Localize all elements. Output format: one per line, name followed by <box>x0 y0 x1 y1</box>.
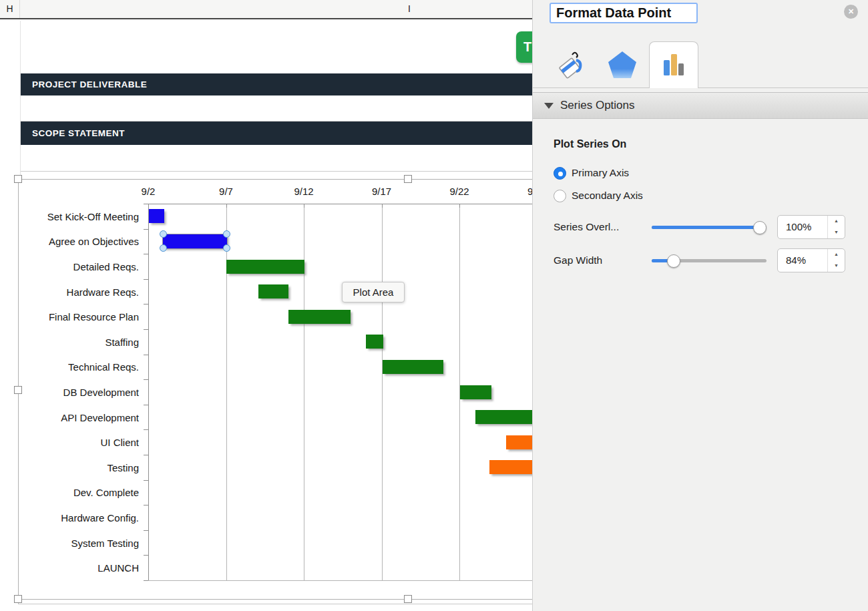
x-tick-label: 9/12 <box>294 186 313 197</box>
series-overlap-label: Series Overl... <box>554 221 619 233</box>
task-label: System Testing <box>24 537 139 548</box>
secondary-axis-label: Secondary Axis <box>572 190 643 202</box>
task-label: Detailed Reqs. <box>24 261 139 272</box>
collapse-triangle-icon <box>544 103 554 109</box>
plot-series-on-label: Plot Series On <box>554 138 626 150</box>
slider-thumb[interactable] <box>667 254 680 268</box>
tab-effects[interactable] <box>598 41 647 88</box>
slider-fill <box>652 226 760 229</box>
bar-selection-handle[interactable] <box>223 230 230 238</box>
tab-series-options[interactable] <box>649 41 698 88</box>
spinner-buttons[interactable]: ▲▼ <box>827 216 845 238</box>
axis-tick <box>144 580 148 581</box>
primary-axis-label: Primary Axis <box>572 167 629 179</box>
axis-tick <box>144 530 148 531</box>
series-overlap-spinner[interactable]: 100% ▲▼ <box>777 215 845 239</box>
chart-gridline <box>382 204 383 580</box>
tab-separator <box>533 87 868 88</box>
task-label: Technical Reqs. <box>24 361 139 373</box>
gap-width-value[interactable]: 84% <box>778 249 827 272</box>
gantt-bar[interactable] <box>258 284 288 298</box>
x-tick-label: 9/7 <box>219 186 233 197</box>
category-axis-line <box>148 204 149 580</box>
task-label: LAUNCH <box>24 562 139 574</box>
gantt-bar[interactable] <box>149 209 164 223</box>
app-window: H I T PROJECT DELIVERABLE SCOPE STATEMEN… <box>0 0 868 611</box>
gap-width-spinner[interactable]: 84% ▲▼ <box>777 248 845 272</box>
date-axis-line <box>148 204 532 204</box>
gap-width-label: Gap Width <box>554 254 602 266</box>
axis-tick <box>144 555 148 556</box>
task-label: Final Resource Plan <box>24 311 139 323</box>
gantt-bar[interactable] <box>288 310 351 324</box>
axis-tick <box>304 204 304 208</box>
bar-selection-handle[interactable] <box>160 244 167 252</box>
task-label: UI Client <box>24 437 139 448</box>
pentagon-icon <box>607 49 638 80</box>
series-options-header[interactable]: Series Options <box>533 92 868 119</box>
task-label: Dev. Complete <box>24 487 139 498</box>
axis-tick <box>144 355 148 355</box>
axis-tick <box>144 229 148 230</box>
chart-frame-bottom <box>18 599 532 600</box>
task-label: Hardware Reqs. <box>24 286 139 297</box>
axis-tick <box>144 254 148 254</box>
task-label: API Development <box>24 411 139 423</box>
spin-up-icon[interactable]: ▲ <box>828 216 845 227</box>
task-label: Set Kick-Off Meeting <box>24 210 139 222</box>
bar-selection-handle[interactable] <box>160 230 167 238</box>
gap-width-slider[interactable] <box>652 254 767 268</box>
spin-down-icon[interactable]: ▼ <box>828 227 845 238</box>
gantt-bar[interactable] <box>366 335 383 349</box>
bar-selection-handle[interactable] <box>223 244 230 252</box>
slider-track[interactable] <box>652 226 767 229</box>
gantt-bar[interactable] <box>226 260 305 274</box>
series-overlap-value[interactable]: 100% <box>778 216 827 238</box>
task-label: Testing <box>24 461 139 473</box>
axis-tick <box>144 379 148 380</box>
series-options-title: Series Options <box>560 99 635 112</box>
gantt-bar[interactable] <box>163 234 227 248</box>
chart-frame-top <box>18 179 532 180</box>
bar-chart-icon <box>661 53 686 78</box>
series-overlap-slider[interactable] <box>652 221 767 234</box>
slider-thumb[interactable] <box>753 221 767 234</box>
secondary-axis-radio[interactable] <box>554 190 566 202</box>
plot-bottom-line <box>148 580 532 581</box>
chart-resize-handle[interactable] <box>14 386 22 394</box>
close-icon[interactable]: ✕ <box>844 5 858 19</box>
panel-title-field[interactable]: Format Data Point <box>550 3 698 23</box>
gantt-bar[interactable] <box>383 360 443 374</box>
spinner-buttons[interactable]: ▲▼ <box>827 249 845 272</box>
chart-resize-handle[interactable] <box>404 175 412 183</box>
tab-fill-line[interactable] <box>546 41 596 88</box>
spin-up-icon[interactable]: ▲ <box>828 249 845 260</box>
chart-resize-handle[interactable] <box>404 595 412 603</box>
axis-tick <box>144 505 148 505</box>
task-label: Agree on Objectives <box>24 236 139 247</box>
x-tick-label: 9/22 <box>449 186 469 197</box>
primary-axis-radio[interactable] <box>554 167 566 180</box>
primary-axis-option[interactable]: Primary Axis <box>554 166 629 180</box>
gantt-bar[interactable] <box>460 385 491 399</box>
task-label: Hardware Config. <box>24 512 139 524</box>
axis-tick <box>144 329 148 330</box>
spin-down-icon[interactable]: ▼ <box>828 260 845 272</box>
task-label: Staffing <box>24 336 139 347</box>
axis-tick <box>226 204 227 208</box>
chart-resize-handle[interactable] <box>14 175 22 183</box>
task-label: DB Development <box>24 387 139 398</box>
axis-tick <box>144 429 148 430</box>
axis-tick <box>144 455 148 455</box>
chart-resize-handle[interactable] <box>14 595 22 603</box>
axis-tick <box>144 480 148 481</box>
x-tick-label: 9/2 <box>142 186 156 197</box>
axis-tick <box>144 279 148 280</box>
axis-tick <box>144 405 148 405</box>
secondary-axis-option[interactable]: Secondary Axis <box>554 189 643 202</box>
chart-frame-bottom-2 <box>18 604 532 604</box>
axis-tick <box>144 304 148 304</box>
plot-area-tooltip: Plot Area <box>342 282 405 302</box>
x-tick-label: 9/17 <box>372 186 391 197</box>
format-data-point-panel: Format Data Point ✕ <box>532 0 868 611</box>
